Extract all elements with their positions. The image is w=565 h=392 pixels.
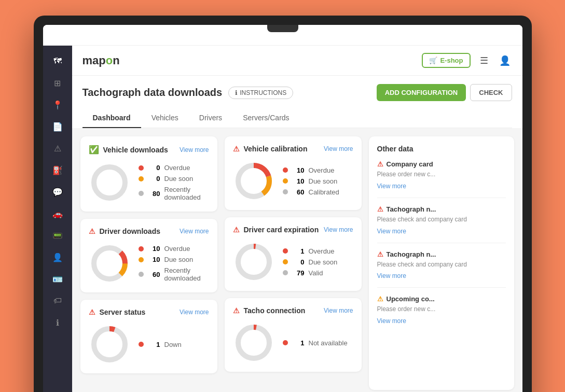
- profile-icon[interactable]: 👤: [498, 53, 512, 68]
- stat-overdue: 10 Overdue: [283, 166, 353, 174]
- vehicle-downloads-header: ✅ Vehicle downloads View more: [89, 145, 209, 155]
- orange-dot: [139, 257, 144, 262]
- stat-valid: 79 Valid: [283, 269, 353, 277]
- tacho2-view-more[interactable]: View more: [377, 272, 406, 279]
- info-circle-icon: ℹ: [235, 89, 238, 96]
- tab-vehicles[interactable]: Vehicles: [141, 108, 189, 128]
- driver-downloads-header: ⚠ Driver downloads View more: [89, 227, 209, 235]
- main-content: mapon 🛒 E-shop ☰ 👤 Ta: [72, 46, 522, 392]
- vehicle-downloads-stats: 0 Overdue 0 Due soon: [139, 164, 209, 201]
- sidebar-icon-tag[interactable]: 🏷: [48, 291, 67, 310]
- sidebar-icon-user[interactable]: 👤: [48, 248, 67, 267]
- driver-downloads-view-more[interactable]: View more: [180, 228, 209, 235]
- sidebar-icon-tacho[interactable]: 📟: [48, 226, 67, 245]
- alert-icon: ⚠: [377, 205, 383, 213]
- stat-due-soon: 0 Due soon: [139, 175, 209, 183]
- page-title-right: ADD CONFIGURATION CHECK: [377, 84, 512, 101]
- vehicle-calibration-card: ⚠ Vehicle calibration View more: [225, 136, 362, 210]
- header-right: 🛒 E-shop ☰ 👤: [422, 53, 512, 68]
- vehicle-calibration-title: ⚠ Vehicle calibration: [233, 145, 308, 153]
- sidebar-icon-alert[interactable]: ⚠: [48, 139, 67, 158]
- stat-due-soon: 10 Due soon: [139, 256, 209, 263]
- stat-overdue: 1 Overdue: [283, 247, 353, 255]
- tabs: Dashboard Vehicles Drivers Servers/Cards: [82, 108, 512, 128]
- alert-triangle-icon: ⚠: [233, 226, 240, 234]
- tab-drivers[interactable]: Drivers: [189, 108, 232, 128]
- stat-recently: 60 Recently downloaded: [139, 267, 209, 282]
- driver-card-expiration-header: ⚠ Driver card expiration View more: [233, 226, 353, 234]
- tab-servers-cards[interactable]: Servers/Cards: [232, 108, 299, 128]
- check-button[interactable]: CHECK: [470, 84, 512, 101]
- tab-dashboard[interactable]: Dashboard: [82, 108, 141, 128]
- stat-overdue: 0 Overdue: [139, 164, 209, 172]
- right-column: Other data ⚠ Company card Please order n…: [369, 136, 514, 390]
- vehicle-downloads-card: ✅ Vehicle downloads View more: [80, 136, 217, 212]
- server-status-card: ⚠ Server status View more: [80, 300, 217, 373]
- gray-dot: [139, 272, 144, 277]
- add-configuration-button[interactable]: ADD CONFIGURATION: [377, 84, 466, 101]
- stat-calibrated: 60 Calibrated: [283, 188, 353, 196]
- sidebar-icon-id[interactable]: 🪪: [48, 270, 67, 288]
- gray-dot: [283, 189, 288, 194]
- vehicle-downloads-title: ✅ Vehicle downloads: [89, 145, 168, 155]
- orange-dot: [283, 259, 288, 264]
- instructions-button[interactable]: ℹ INSTRUCTIONS: [228, 87, 293, 99]
- svg-point-0: [94, 167, 125, 198]
- tacho1-view-more[interactable]: View more: [377, 228, 406, 235]
- alert-icon: ⚠: [377, 160, 383, 168]
- vehicle-calibration-header: ⚠ Vehicle calibration View more: [233, 145, 353, 153]
- content-area: ✅ Vehicle downloads View more: [72, 128, 522, 392]
- alert-triangle-icon: ⚠: [89, 227, 95, 235]
- vehicle-downloads-donut: [89, 162, 130, 203]
- red-dot: [139, 165, 144, 171]
- menu-icon[interactable]: ☰: [477, 53, 491, 68]
- other-data-title: Other data: [377, 145, 506, 153]
- tacho-connection-body: 1 Not available: [233, 322, 353, 363]
- page-title: Tachograph data downloads: [82, 87, 223, 99]
- tacho-connection-card: ⚠ Tacho connection View more: [225, 298, 362, 372]
- server-status-title: ⚠ Server status: [89, 308, 146, 316]
- red-dot: [139, 246, 144, 251]
- driver-card-expiration-stats: 1 Overdue 0 Due soon: [283, 247, 353, 277]
- page-title-row: Tachograph data downloads ℹ INSTRUCTIONS…: [82, 84, 512, 101]
- driver-card-expiration-body: 1 Overdue 0 Due soon: [233, 241, 353, 283]
- sidebar-icon-dashboard[interactable]: ⊞: [48, 74, 67, 92]
- svg-point-4: [94, 329, 125, 360]
- svg-point-11: [238, 327, 269, 358]
- vehicle-downloads-view-more[interactable]: View more: [180, 146, 209, 153]
- sidebar-icon-car[interactable]: 🚗: [48, 204, 67, 223]
- tacho-connection-donut: [233, 322, 274, 363]
- sidebar: 🗺 ⊞ 📍 📄 ⚠ ⛽ 💬 🚗 📟 👤 🪪 🏷 ℹ: [43, 46, 72, 392]
- other-item-company-card: ⚠ Company card Please order new c... Vie…: [377, 160, 506, 198]
- sidebar-icon-info[interactable]: ℹ: [48, 313, 67, 332]
- other-item-header: ⚠ Company card: [377, 160, 506, 168]
- page-header: Tachograph data downloads ℹ INSTRUCTIONS…: [72, 76, 522, 128]
- sidebar-icon-chat[interactable]: 💬: [48, 183, 67, 201]
- tacho-connection-view-more[interactable]: View more: [324, 307, 353, 314]
- sidebar-icon-file[interactable]: 📄: [48, 117, 67, 136]
- cart-icon: 🛒: [429, 57, 437, 64]
- page-title-left: Tachograph data downloads ℹ INSTRUCTIONS: [82, 87, 294, 99]
- stat-down: 1 Down: [139, 341, 209, 348]
- sidebar-icon-map[interactable]: 🗺: [48, 52, 67, 71]
- driver-card-expiration-card: ⚠ Driver card expiration View more: [225, 217, 362, 291]
- other-data-card: Other data ⚠ Company card Please order n…: [369, 136, 514, 390]
- sidebar-icon-location[interactable]: 📍: [48, 95, 67, 114]
- vehicle-downloads-body: 0 Overdue 0 Due soon: [89, 162, 209, 203]
- alert-icon: ⚠: [377, 250, 383, 258]
- red-dot: [283, 167, 288, 173]
- eshop-button[interactable]: 🛒 E-shop: [422, 53, 470, 68]
- upcoming-view-more[interactable]: View more: [377, 317, 406, 325]
- driver-card-expiration-view-more[interactable]: View more: [324, 226, 353, 233]
- server-status-stats: 1 Down: [139, 341, 209, 348]
- vehicle-calibration-body: 10 Overdue 10 Due soon: [233, 160, 353, 202]
- driver-downloads-card: ⚠ Driver downloads View more: [80, 219, 217, 292]
- sidebar-icon-fuel[interactable]: ⛽: [48, 161, 67, 179]
- vehicle-calibration-view-more[interactable]: View more: [324, 145, 353, 152]
- orange-dot: [139, 176, 144, 181]
- stat-due-soon: 0 Due soon: [283, 258, 353, 266]
- server-status-view-more[interactable]: View more: [180, 309, 209, 316]
- dashboard-grid: ✅ Vehicle downloads View more: [80, 136, 514, 390]
- company-card-view-more[interactable]: View more: [377, 183, 406, 190]
- vehicle-calibration-stats: 10 Overdue 10 Due soon: [283, 166, 353, 196]
